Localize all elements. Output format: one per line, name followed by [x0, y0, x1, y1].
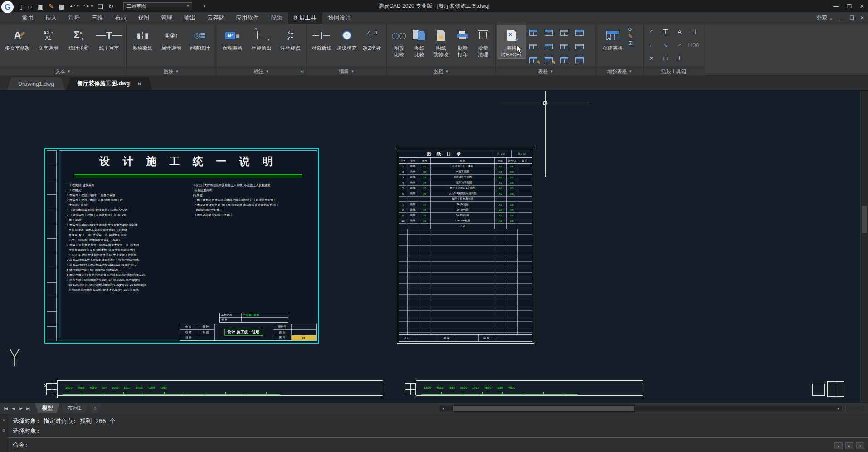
text-on-line-button[interactable]: —T— 线上写字 [94, 25, 124, 51]
save-icon[interactable]: ▣ [38, 3, 44, 10]
table-export-icon[interactable]: ✎ [628, 34, 633, 39]
table-tool-icon[interactable] [575, 44, 584, 49]
model-tab[interactable]: 模型 [35, 403, 59, 413]
toolbox-tool-icon[interactable]: ◜ [650, 29, 653, 35]
redo-dropdown-icon[interactable]: ▾ [91, 4, 93, 8]
sheet-protect-button[interactable]: 图纸 防修改 [430, 25, 452, 58]
table-tool-icon[interactable] [529, 30, 537, 36]
tab-shitu[interactable]: 视图 [132, 12, 155, 24]
toolbox-tool-icon[interactable]: 工 [663, 29, 668, 35]
coordinate-output-button[interactable]: XY 坐标输出 [247, 25, 276, 51]
edit-annotate-icon[interactable]: ✎ [49, 3, 54, 10]
table-tool-icon[interactable] [560, 44, 568, 49]
dialog-launcher-icon[interactable]: ◱ [300, 69, 304, 74]
tab-shuchu[interactable]: 输出 [178, 12, 201, 24]
group-label-table[interactable]: 表格▼ [496, 67, 596, 75]
multi-text-edit-button[interactable]: A✎ 多文字修改 [2, 25, 33, 51]
toolbox-tool-icon[interactable]: H00 [688, 42, 699, 48]
change-z-coordinate-button[interactable]: Z→0 ⌐ 改Z坐标 [359, 25, 385, 51]
cmd-scroll-right-icon[interactable]: ▸ [845, 442, 853, 449]
statistics-sum-button[interactable]: Σ86 统计求和 [63, 25, 94, 51]
command-prompt-input[interactable]: 命令: [0, 437, 868, 451]
layout1-tab[interactable]: 布局1 [60, 403, 88, 413]
minimize-icon[interactable]: — [833, 3, 839, 10]
table-tool-icon[interactable]: ✎ [545, 57, 553, 63]
table-tool-icon[interactable] [529, 44, 537, 49]
group-label-dimension[interactable]: 标注▼ ◱ [216, 67, 307, 75]
horizontal-scrollbar-thumb[interactable] [453, 406, 634, 411]
super-hatch-button[interactable]: ≈ 超级填充 [334, 25, 360, 51]
table-tool-icon[interactable] [575, 30, 584, 36]
cmd-scroll-left-icon[interactable]: ◂ [834, 442, 843, 449]
scroll-right-icon[interactable]: ▸ [835, 407, 842, 411]
drawing-canvas[interactable]: 设 计 施 工 统 一 说 明 一 工程类别: 建筑装饰二 工程概况: 1 本装… [0, 91, 868, 402]
tab-sanwei[interactable]: 三维 [86, 12, 109, 24]
block-break-line-button[interactable]: ▮╎▮ 图块断线 [128, 25, 157, 51]
undo-icon[interactable]: ↶ [70, 3, 75, 10]
redo-icon[interactable]: ↷ [83, 3, 89, 10]
vertical-scrollbar[interactable] [860, 91, 868, 402]
toolbox-tool-icon[interactable]: ⊣ [691, 29, 696, 35]
horizontal-scrollbar[interactable]: ◂ ▸ [439, 405, 843, 412]
next-tab-icon[interactable]: ▶ [19, 406, 22, 411]
tab-yingyongruanjian[interactable]: 应用软件 [230, 12, 265, 24]
regen-icon[interactable]: ↻ [108, 3, 114, 10]
appearance-dropdown[interactable]: 外观 ⌄ [816, 14, 833, 22]
command-window[interactable]: ✕ ⚙ 选择对象: 指定对角点: 找到 266 个 选择对象: 命令: ◂ ▸ … [0, 414, 868, 452]
toolbox-tool-icon[interactable]: ↘ [663, 42, 668, 48]
doc-tab-drawing1[interactable]: Drawing1.dwg [7, 77, 65, 90]
drawing-compare-button[interactable]: ◯◯ 图形 比较 [389, 25, 409, 58]
command-settings-icon[interactable]: ⚙ [3, 428, 5, 432]
area-table-button[interactable]: M² ▦ 面积表格 [218, 25, 247, 51]
tab-zhushi[interactable]: 注释 [63, 12, 86, 24]
first-tab-icon[interactable]: |◀ [4, 406, 8, 411]
table-select-icon[interactable]: ⊡ [628, 40, 633, 46]
list-statistics-button[interactable]: ◎≣ 列表统计 [185, 25, 214, 51]
table-tool-icon[interactable] [545, 30, 553, 36]
tab-yuncunchu[interactable]: 云存储 [201, 12, 230, 24]
table-update-icon[interactable]: ⟳ [628, 27, 633, 32]
doc-close-icon[interactable]: ✕ [860, 15, 864, 21]
doc-tab-restaurant[interactable]: 餐厅装修施工图.dwg✕ [66, 77, 152, 90]
toolbar-overflow-icon[interactable]: ▾ [204, 4, 206, 9]
cmd-expand-icon[interactable]: ▾ [856, 442, 864, 449]
open-file-icon[interactable]: ▱ [28, 3, 33, 10]
close-tab-icon[interactable]: ✕ [137, 81, 141, 87]
batch-purge-button[interactable]: 批量 清理 [473, 25, 493, 58]
object-break-line-button[interactable]: ╌╌┃╌╌ 对象断线 [309, 25, 334, 51]
tab-bangzhu[interactable]: 帮助 [265, 12, 288, 24]
table-tool-icon[interactable] [575, 57, 584, 63]
annotate-coordinate-point-button[interactable]: X= Y= 注坐标点 [276, 25, 305, 51]
tab-charu[interactable]: 插入 [39, 12, 63, 24]
table-tool-icon[interactable] [560, 30, 568, 36]
toolbox-tool-icon[interactable]: ✕ [649, 55, 654, 61]
layer-stack-icon[interactable]: ❏ [98, 3, 103, 10]
doc-restore-icon[interactable]: ❐ [850, 15, 854, 21]
toolbox-tool-icon[interactable]: A [678, 29, 682, 35]
app-logo[interactable]: G [1, 1, 14, 13]
tab-kuozhangongju[interactable]: 扩展工具 [288, 12, 322, 24]
create-table-button[interactable]: X 创建表格 [598, 25, 627, 51]
group-label-text[interactable]: 文本▼ [0, 67, 126, 75]
sheet-compare-button[interactable]: 图纸 比较 [409, 25, 429, 58]
group-label-toolbox[interactable]: 浩辰工具箱 [644, 67, 704, 75]
toolbox-tool-icon[interactable]: ⊓ [663, 55, 668, 61]
workspace-selector[interactable]: 二维草图 ▾ [123, 2, 192, 10]
undo-dropdown-icon[interactable]: ▾ [77, 4, 78, 8]
last-tab-icon[interactable]: ▶| [26, 406, 30, 411]
toolbox-tool-icon[interactable]: ⌐ [650, 42, 653, 48]
text-increment-button[interactable]: A2 ↑ A1 文字递增 [33, 25, 63, 51]
batch-plot-button[interactable]: 批量 打印 [452, 25, 473, 58]
group-label-edit[interactable]: 编辑▼ [307, 67, 386, 75]
scroll-left-icon[interactable]: ◂ [439, 407, 447, 411]
toolbox-tool-icon[interactable]: ➚ [678, 43, 682, 47]
group-label-archive[interactable]: 图档▼ [387, 67, 495, 75]
restore-icon[interactable]: ❐ [847, 3, 852, 10]
table-tool-icon[interactable] [560, 57, 568, 63]
group-label-block[interactable]: 图块▼ [127, 67, 216, 75]
tab-changyong[interactable]: 常用 [16, 12, 39, 24]
close-icon[interactable]: ✕ [860, 3, 864, 10]
group-label-enhanced-table[interactable]: 增强表格▼ [596, 67, 643, 75]
add-layout-tab[interactable]: + [89, 403, 101, 413]
tab-xietongsheji[interactable]: 协同设计 [322, 12, 357, 24]
